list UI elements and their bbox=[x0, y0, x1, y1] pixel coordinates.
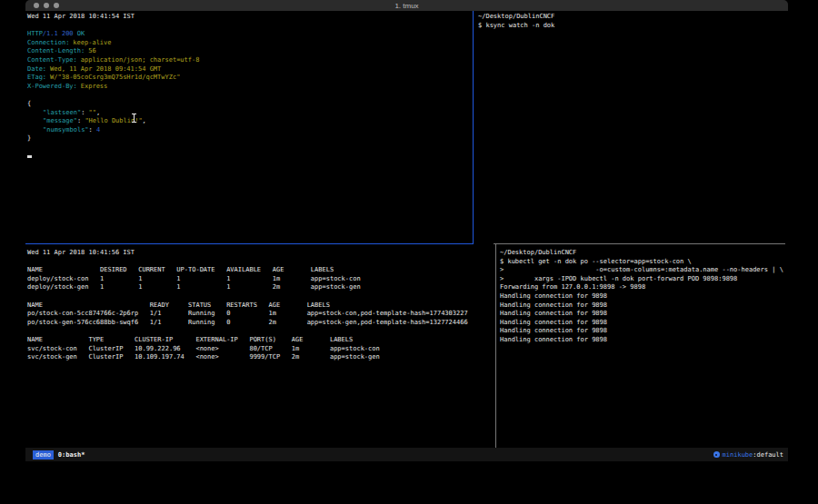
pane-ksync-watch[interactable]: ~/Desktop/DublinCNCF $ ksync watch -n do… bbox=[474, 11, 788, 243]
header-name: ETag: bbox=[27, 74, 46, 81]
json-separator: : bbox=[81, 109, 88, 116]
http-status-text: OK bbox=[74, 30, 85, 37]
timestamp-line: Wed 11 Apr 2018 10:41:56 IST bbox=[27, 249, 495, 258]
header-name: Date: bbox=[27, 65, 46, 73]
terminal-cursor bbox=[27, 155, 32, 158]
port-forward-output: ~/Desktop/DublinCNCF $ kubectl get -n do… bbox=[500, 249, 788, 345]
http-version-code: /1.1 200 bbox=[43, 30, 74, 37]
json-key: "message" bbox=[43, 117, 77, 124]
header-value: 56 bbox=[88, 47, 95, 54]
http-proto: HTTP bbox=[27, 30, 43, 37]
window-titlebar[interactable]: 1. tmux bbox=[25, 0, 788, 11]
header-value: keep-alive bbox=[73, 39, 111, 46]
terminal-content: Wed 11 Apr 2018 10:41:54 IST HTTP/1.1 20… bbox=[25, 11, 788, 448]
json-close-brace: } bbox=[27, 134, 473, 143]
pane-kubectl-get[interactable]: Wed 11 Apr 2018 10:41:56 IST NAME DESIRE… bbox=[25, 244, 495, 448]
pane-http-response[interactable]: Wed 11 Apr 2018 10:41:54 IST HTTP/1.1 20… bbox=[25, 11, 473, 243]
tmux-status-bar: demo 0:bash* minikube :default bbox=[25, 448, 788, 461]
kube-namespace-label: :default bbox=[753, 451, 783, 459]
http-status-line: HTTP/1.1 200 OK bbox=[27, 30, 473, 39]
blank-line bbox=[27, 22, 473, 31]
ksync-output: ~/Desktop/DublinCNCF $ ksync watch -n do… bbox=[478, 13, 788, 30]
header-name: Connection: bbox=[27, 39, 69, 46]
header-name: Content-Type: bbox=[27, 56, 77, 64]
timestamp-line: Wed 11 Apr 2018 10:41:54 IST bbox=[27, 13, 473, 22]
http-header-row: Date:Wed, 11 Apr 2018 09:41:54 GMT bbox=[27, 65, 473, 74]
json-value: "" bbox=[89, 109, 96, 116]
kubernetes-helm-icon bbox=[713, 451, 720, 458]
cursor-line bbox=[27, 153, 473, 162]
session-name-badge: demo bbox=[33, 450, 54, 460]
json-separator: : bbox=[89, 126, 96, 133]
header-name: X-Powered-By: bbox=[27, 83, 77, 90]
json-key: "numsymbols" bbox=[43, 126, 89, 133]
pane-divider-horizontal-active[interactable] bbox=[25, 243, 474, 244]
blank-line bbox=[27, 143, 473, 153]
kube-context-label: minikube bbox=[723, 451, 753, 459]
kubectl-resources-table: NAME DESIRED CURRENT UP-TO-DATE AVAILABL… bbox=[27, 266, 495, 362]
pane-divider-vertical-top[interactable] bbox=[473, 11, 474, 244]
window-title: 1. tmux bbox=[25, 2, 788, 10]
tmux-window-tab[interactable]: 0:bash* bbox=[58, 451, 85, 459]
blank-line bbox=[27, 91, 473, 100]
json-field-row: "numsymbols": 4 bbox=[27, 126, 473, 135]
pane-port-forward[interactable]: ~/Desktop/DublinCNCF $ kubectl get -n do… bbox=[496, 244, 788, 448]
http-header-row: Content-Length:56 bbox=[27, 47, 473, 56]
http-header-row: Content-Type:application/json; charset=u… bbox=[27, 56, 473, 65]
json-comma: , bbox=[96, 109, 100, 116]
http-header-row: X-Powered-By:Express bbox=[27, 83, 473, 92]
pane-divider-vertical-bottom[interactable] bbox=[495, 244, 496, 448]
header-value: application/json; charset=utf-8 bbox=[81, 56, 200, 64]
json-open-brace: { bbox=[27, 100, 473, 109]
json-value: 4 bbox=[96, 126, 100, 133]
json-comma: , bbox=[143, 117, 146, 124]
http-header-row: Connection:keep-alive bbox=[27, 39, 473, 48]
blank-line bbox=[27, 258, 495, 267]
http-header-row: ETag:W/"38-05coCsrg3mQ75sHr1d/qcMTwYZc" bbox=[27, 74, 473, 83]
json-key: "lastseen" bbox=[43, 109, 81, 116]
header-value: Wed, 11 Apr 2018 09:41:54 GMT bbox=[50, 65, 161, 73]
json-field-row: "lastseen": "", bbox=[27, 109, 473, 118]
pane-divider-horizontal[interactable] bbox=[494, 243, 785, 244]
header-value: Express bbox=[81, 83, 108, 90]
json-field-row: "message": "Hello Dublin!", bbox=[27, 117, 473, 126]
mouse-ibeam-pointer bbox=[132, 114, 136, 123]
header-value: W/"38-05coCsrg3mQ75sHr1d/qcMTwYZc" bbox=[50, 74, 180, 81]
header-name: Content-Length: bbox=[27, 47, 85, 54]
terminal-window: 1. tmux Wed 11 Apr 2018 10:41:54 IST HTT… bbox=[25, 0, 788, 461]
